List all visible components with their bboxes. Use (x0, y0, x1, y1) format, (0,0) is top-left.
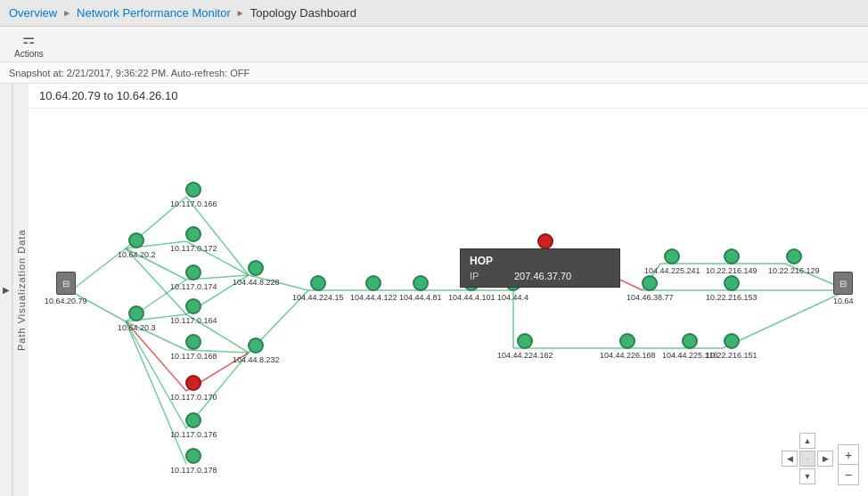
side-label-text: Path Visualization Data (16, 229, 27, 351)
node-n25[interactable]: 10.22.216.153 (706, 275, 757, 302)
chevron-right-icon: ▶ (3, 285, 10, 295)
node-src[interactable]: ⊟ 10.64.20.79 (45, 272, 87, 305)
node-n19[interactable] (537, 233, 553, 249)
node-n26[interactable]: 10.22.216.151 (706, 333, 757, 360)
node-label-n18: 104.44.224.162 (497, 351, 553, 360)
node-circle-n20 (619, 333, 635, 349)
node-circle-n27 (786, 248, 802, 264)
node-n27[interactable]: 10.22.216.129 (768, 248, 820, 275)
node-n1[interactable]: 10.64.20.2 (118, 232, 156, 259)
pan-center-button[interactable]: · (799, 451, 815, 467)
node-label-n16: 104.44.4.101 (448, 293, 495, 302)
node-label-n9: 10.117.0.176 (170, 430, 217, 439)
snapshot-bar: Snapshot at: 2/21/2017, 9:36:22 PM. Auto… (0, 62, 868, 84)
node-label-n7: 10.117.0.168 (170, 352, 217, 361)
node-n20[interactable]: 104.44.226.168 (600, 333, 656, 360)
node-label-n25: 10.22.216.153 (706, 293, 757, 302)
node-label-n20: 104.44.226.168 (600, 351, 656, 360)
node-label-n27: 10.22.216.129 (768, 266, 820, 275)
side-panel-toggle[interactable]: ▶ (0, 84, 12, 496)
breadcrumb-sep-2: ► (236, 8, 245, 18)
node-n22[interactable]: 104.44.225.241 (644, 248, 700, 275)
pan-down-button[interactable]: ▼ (799, 468, 815, 484)
node-circle-n10 (185, 448, 201, 464)
node-n11[interactable]: 104.44.8.228 (233, 260, 280, 287)
device-icon-dst: ⊟ (833, 272, 853, 295)
node-n9[interactable]: 10.117.0.176 (170, 412, 217, 439)
breadcrumb: Overview ► Network Performance Monitor ►… (0, 0, 868, 27)
main-content: ▶ Path Visualization Data 10.64.20.79 to… (0, 84, 868, 496)
pan-right-button[interactable]: ▶ (817, 451, 833, 467)
node-circle-n26 (724, 333, 740, 349)
node-circle-n7 (185, 334, 201, 350)
node-n14[interactable]: 104.44.4.122 (350, 275, 397, 302)
node-n5[interactable]: 10.117.0.174 (170, 264, 217, 291)
breadcrumb-topology: Topology Dashboard (250, 6, 356, 20)
breadcrumb-sep-1: ► (62, 8, 71, 18)
node-circle-n13 (310, 275, 326, 291)
node-n2[interactable]: 10.64.20.3 (118, 305, 156, 332)
node-circle-n23 (682, 333, 698, 349)
node-label-n11: 104.44.8.228 (233, 278, 280, 287)
side-panel-label[interactable]: Path Visualization Data (12, 84, 29, 496)
node-circle-n3 (185, 182, 201, 198)
node-n21[interactable]: 104.46.38.77 (626, 275, 674, 302)
node-dst[interactable]: ⊟ 10.64 (833, 272, 854, 305)
node-n3[interactable]: 10.117.0.166 (170, 182, 217, 208)
actions-button[interactable]: ⚎ Actions (9, 28, 49, 61)
node-circle-n15 (413, 275, 429, 291)
node-label-n12: 104.44.8.232 (233, 355, 280, 364)
node-circle-n2 (128, 305, 144, 321)
node-label-n21: 104.46.38.77 (626, 293, 674, 302)
node-n13[interactable]: 104.44.224.15 (292, 275, 344, 302)
zoom-in-button[interactable]: + (839, 445, 858, 465)
node-label-src: 10.64.20.79 (45, 297, 87, 305)
node-circle-n1 (128, 232, 144, 248)
node-label-n2: 10.64.20.3 (118, 323, 156, 332)
breadcrumb-overview[interactable]: Overview (9, 6, 57, 20)
node-n7[interactable]: 10.117.0.168 (170, 334, 217, 361)
node-label-n4: 10.117.0.172 (170, 244, 217, 253)
node-label-n24: 10.22.216.149 (706, 266, 757, 275)
actions-label: Actions (14, 49, 44, 59)
tooltip-header: HOP (470, 255, 610, 267)
node-circle-n22 (664, 248, 680, 264)
topology-canvas[interactable]: ⊟ 10.64.20.79 10.64.20.2 10.64.20.3 10.1… (29, 109, 868, 494)
toolbar: ⚎ Actions (0, 27, 868, 62)
node-label-n10: 10.117.0.178 (170, 466, 217, 475)
node-label-n15: 104.44.4.81 (399, 293, 442, 302)
node-label-n1: 10.64.20.2 (118, 250, 156, 259)
node-n8[interactable]: 10.117.0.170 (170, 375, 217, 402)
node-label-n14: 104.44.4.122 (350, 293, 397, 302)
node-circle-n9 (185, 412, 201, 428)
node-n10[interactable]: 10.117.0.178 (170, 448, 217, 475)
node-label-n26: 10.22.216.151 (706, 351, 757, 360)
actions-icon: ⚎ (22, 30, 35, 47)
node-n24[interactable]: 10.22.216.149 (706, 248, 757, 275)
node-circle-n25 (724, 275, 740, 291)
node-n6[interactable]: 10.117.0.164 (170, 298, 217, 325)
pan-up-button[interactable]: ▲ (799, 433, 815, 449)
node-n15[interactable]: 104.44.4.81 (399, 275, 442, 302)
node-circle-n21 (642, 275, 658, 291)
node-n4[interactable]: 10.117.0.172 (170, 226, 217, 253)
node-circle-n5 (185, 264, 201, 281)
tooltip-ip-row: IP 207.46.37.70 (470, 271, 610, 281)
node-label-n17: 104.44.4 (497, 293, 528, 302)
pan-controls: ▲ ◀ · ▶ ▼ (781, 432, 834, 485)
node-label-n8: 10.117.0.170 (170, 393, 217, 402)
node-circle-n4 (185, 226, 201, 242)
zoom-out-button[interactable]: − (839, 465, 858, 484)
node-circle-n11 (248, 260, 264, 276)
hop-tooltip: HOP IP 207.46.37.70 (460, 248, 620, 288)
node-label-n3: 10.117.0.166 (170, 199, 217, 208)
node-n18[interactable]: 104.44.224.162 (497, 333, 553, 360)
breadcrumb-npm[interactable]: Network Performance Monitor (77, 6, 231, 20)
node-label-n22: 104.44.225.241 (644, 266, 700, 275)
node-label-n5: 10.117.0.174 (170, 282, 217, 291)
topology-panel: 10.64.20.79 to 10.64.26.10 (29, 84, 868, 496)
node-circle-n18 (517, 333, 533, 349)
node-n12[interactable]: 104.44.8.232 (233, 337, 280, 364)
node-circle-n6 (185, 298, 201, 314)
pan-left-button[interactable]: ◀ (782, 451, 798, 467)
